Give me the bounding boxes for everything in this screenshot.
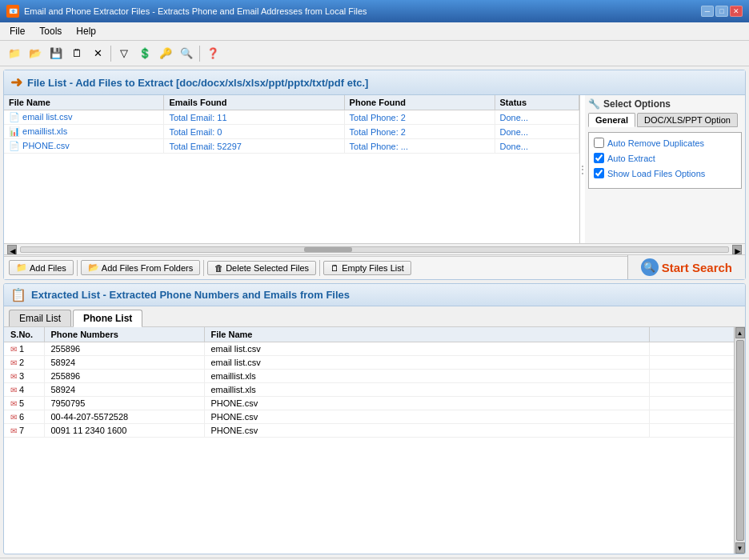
main-toolbar: 📁 📂 💾 🗒 ✕ ▽ 💲 🔑 🔍 ❓ [0, 41, 749, 66]
table-row[interactable]: ✉ 7 0091 11 2340 1600 PHONE.csv [4, 424, 745, 438]
col-sno: S.No. [4, 327, 44, 342]
table-row[interactable]: ✉ 2 58924 email list.csv [4, 356, 745, 370]
phone-cell: 7950795 [44, 397, 204, 410]
phone-cell: 255896 [44, 370, 204, 383]
table-row[interactable]: 📄 email list.csv [4, 110, 164, 125]
file-action-bar: 📁 Add Files 📂 Add Files From Folders 🗑 D… [4, 254, 745, 279]
close-button[interactable]: ✕ [730, 6, 743, 17]
row-icon: ✉ [10, 386, 17, 394]
empty-cell [649, 383, 744, 397]
table-row[interactable]: ✉ 3 255896 emaillist.xls [4, 370, 745, 383]
file-list-arrow-icon: ➜ [10, 74, 22, 91]
table-row[interactable]: ✉ 6 00-44-207-5572528 PHONE.csv [4, 410, 745, 424]
row-no-cell: ✉ 2 [4, 356, 44, 370]
table-row[interactable]: ✉ 4 58924 emaillist.xls [4, 383, 745, 397]
extracted-scrollbar[interactable]: ▲ ▼ [734, 327, 745, 554]
scroll-left-btn[interactable]: ◄ [7, 245, 17, 254]
scroll-up-btn[interactable]: ▲ [735, 327, 745, 338]
phone-found-cell: Total Phone: 2 [344, 125, 495, 139]
toolbar-sep-2 [203, 260, 204, 276]
toolbar-save[interactable]: 💾 [46, 44, 66, 63]
table-row[interactable]: 📄 PHONE.csv [4, 139, 164, 154]
delete-selected-button[interactable]: 🗑 Delete Selected Files [207, 261, 316, 275]
file-cell: PHONE.csv [204, 410, 649, 424]
table-row[interactable]: ✉ 5 7950795 PHONE.csv [4, 397, 745, 410]
extracted-icon: 📋 [10, 287, 26, 302]
file-link[interactable]: email list.csv [22, 112, 72, 122]
table-row[interactable]: 📊 emaillist.xls [4, 125, 164, 139]
file-cell: emaillist.xls [204, 370, 649, 383]
col-extra [649, 327, 744, 342]
toolbar-key[interactable]: 🔑 [156, 44, 175, 63]
row-no-cell: ✉ 1 [4, 342, 44, 356]
checkbox-auto-extract-label: Auto Extract [607, 154, 655, 163]
extracted-table-area[interactable]: S.No. Phone Numbers File Name ✉ 1 255896… [4, 327, 745, 554]
file-list-panel: ➜ File List - Add Files to Extract [doc/… [3, 70, 746, 280]
email-found-cell: Total Email: 11 [164, 110, 344, 125]
scroll-right-btn[interactable]: ► [732, 245, 742, 254]
toolbar-search[interactable]: 🔍 [177, 44, 196, 63]
checkbox-auto-remove-input[interactable] [594, 138, 604, 148]
add-files-button[interactable]: 📁 Add Files [9, 260, 74, 275]
add-files-from-folders-button[interactable]: 📂 Add Files From Folders [81, 260, 200, 275]
file-link[interactable]: PHONE.csv [22, 141, 70, 150]
toolbar-filter[interactable]: ▽ [114, 44, 134, 63]
toolbar-new[interactable]: 📁 [5, 44, 24, 63]
start-search-button[interactable]: 🔍 Start Search [641, 258, 732, 276]
file-table-area[interactable]: File Name Emails Found Phone Found Statu… [4, 95, 580, 243]
file-list-title: File List - Add Files to Extract [doc/do… [27, 77, 368, 89]
empty-cell [649, 342, 744, 356]
title-bar: 📧 Email and Phone Extractor Files - Extr… [0, 0, 749, 22]
toolbar-separator-1 [110, 46, 111, 62]
delete-icon: 🗑 [214, 263, 223, 273]
scroll-thumb[interactable] [304, 247, 352, 252]
file-cell: emaillist.xls [204, 383, 649, 397]
checkbox-auto-extract-input[interactable] [594, 153, 604, 163]
col-file-name: File Name [204, 327, 649, 342]
toolbar-window[interactable]: 🗒 [67, 44, 86, 63]
tab-phone-list[interactable]: Phone List [73, 310, 142, 327]
extracted-list-tabs: Email List Phone List [4, 306, 745, 327]
tab-email-list[interactable]: Email List [9, 310, 71, 326]
scroll-track[interactable] [20, 246, 729, 253]
empty-files-button[interactable]: 🗒 Empty Files List [323, 261, 411, 275]
menu-file[interactable]: File [3, 24, 31, 38]
toolbar-help[interactable]: ❓ [203, 44, 222, 63]
file-link[interactable]: emaillist.xls [22, 126, 67, 136]
toolbar-sep-1 [77, 260, 78, 276]
scroll-track-v[interactable] [736, 340, 744, 541]
phone-cell: 58924 [44, 356, 204, 370]
phone-found-cell: Total Phone: 2 [344, 110, 495, 125]
phone-cell: 0091 11 2340 1600 [44, 424, 204, 438]
phone-cell: 255896 [44, 342, 204, 356]
file-type-icon: 📊 [9, 126, 20, 136]
tab-doc-xls-ppt[interactable]: DOC/XLS/PPT Option [637, 113, 738, 127]
checkbox-show-load-input[interactable] [594, 168, 604, 178]
start-search-area: 🔍 Start Search [628, 255, 745, 279]
toolbar-open[interactable]: 📂 [26, 44, 45, 63]
extracted-list-panel: 📋 Extracted List - Extracted Phone Numbe… [3, 283, 746, 554]
toolbar-delete[interactable]: ✕ [88, 44, 107, 63]
extracted-header: 📋 Extracted List - Extracted Phone Numbe… [4, 284, 745, 306]
options-title: 🔧 Select Options [588, 98, 742, 110]
menu-tools[interactable]: Tools [33, 24, 68, 38]
row-icon: ✉ [10, 399, 17, 408]
checkbox-auto-remove-label: Auto Remove Duplicates [607, 138, 704, 148]
toolbar-dollar[interactable]: 💲 [135, 44, 154, 63]
checkbox-show-load: Show Load Files Options [594, 168, 736, 178]
file-table-scrollbar[interactable]: ◄ ► [4, 243, 745, 254]
extracted-table: S.No. Phone Numbers File Name ✉ 1 255896… [4, 327, 745, 438]
email-found-cell: Total Email: 0 [164, 125, 344, 139]
window-title: Email and Phone Extractor Files - Extrac… [24, 6, 367, 16]
maximize-button[interactable]: □ [715, 6, 728, 17]
row-icon: ✉ [10, 372, 17, 381]
file-cell: email list.csv [204, 356, 649, 370]
table-row[interactable]: ✉ 1 255896 email list.csv [4, 342, 745, 356]
col-status: Status [495, 95, 579, 110]
scroll-down-btn[interactable]: ▼ [735, 542, 745, 554]
row-no-cell: ✉ 3 [4, 370, 44, 383]
menu-help[interactable]: Help [70, 24, 102, 38]
checkbox-show-load-label: Show Load Files Options [607, 169, 705, 178]
tab-general[interactable]: General [588, 113, 635, 127]
minimize-button[interactable]: ─ [701, 6, 714, 17]
